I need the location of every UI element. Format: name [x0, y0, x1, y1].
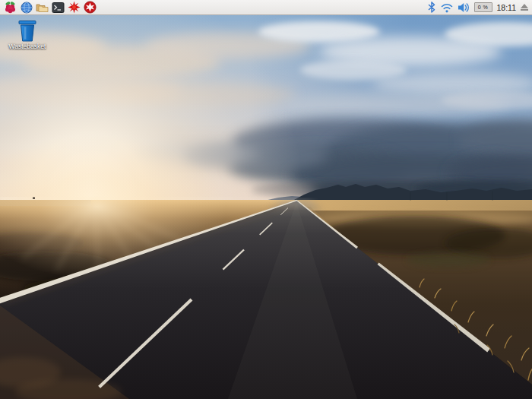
wolfram-button[interactable]: [82, 1, 98, 14]
mathematica-icon: [68, 1, 81, 14]
web-browser-icon: [21, 2, 33, 14]
eject-icon: [521, 4, 528, 8]
wastebasket-desktop-icon[interactable]: Wastebasket: [6, 20, 49, 50]
browser-button[interactable]: [18, 1, 34, 14]
wolfram-icon: [84, 1, 97, 14]
bluetooth-icon: [427, 2, 436, 13]
desktop-wallpaper: [0, 15, 532, 399]
wifi-icon: [441, 2, 453, 13]
volume-icon: [458, 2, 470, 13]
terminal-icon: [52, 2, 65, 14]
wastebasket-label: Wastebasket: [9, 43, 46, 50]
bluetooth-button[interactable]: [427, 2, 436, 13]
wastebasket-icon: [17, 20, 38, 43]
clock[interactable]: 18:11: [497, 0, 517, 15]
cpu-usage-label: 0 %: [478, 5, 489, 10]
wifi-button[interactable]: [441, 2, 453, 13]
file-manager-button[interactable]: [34, 1, 50, 14]
taskbar: 0 % 18:11: [0, 0, 532, 15]
taskbar-launchers: [0, 0, 98, 14]
file-manager-icon: [36, 2, 49, 14]
eject-button[interactable]: [521, 0, 528, 14]
menu-button[interactable]: [2, 1, 18, 14]
desktop-surface[interactable]: Wastebasket: [0, 15, 532, 399]
menu-raspberry-icon: [4, 1, 17, 14]
cpu-monitor[interactable]: 0 %: [474, 2, 492, 12]
mathematica-button[interactable]: [66, 1, 82, 14]
terminal-button[interactable]: [50, 1, 66, 14]
taskbar-status-area: 0 % 18:11: [427, 0, 532, 14]
volume-button[interactable]: [458, 2, 470, 13]
